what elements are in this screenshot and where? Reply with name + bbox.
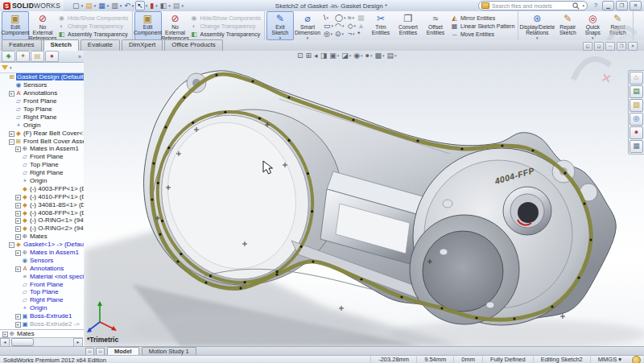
tree-item[interactable]: ≡Material <not specified> xyxy=(0,272,84,280)
expand-toggle-icon[interactable]: + xyxy=(15,250,21,256)
tree-item[interactable]: ◉Sensors xyxy=(0,81,84,89)
panel-tab-property-manager[interactable]: ✦ xyxy=(16,51,30,62)
print-icon[interactable]: ▥ xyxy=(110,2,119,10)
filter-dropdown-icon[interactable]: ▾ xyxy=(10,65,12,70)
tab-dimxpert[interactable]: DimXpert xyxy=(122,39,163,51)
expand-toggle-icon[interactable]: − xyxy=(9,139,14,145)
doc-restore-icon[interactable]: ◱ xyxy=(583,42,592,51)
dropdown-icon[interactable]: ▾ xyxy=(337,53,340,58)
sketch-arc-tool[interactable]: ◠▾ xyxy=(335,22,346,30)
tree-item[interactable]: ▱Front Plane xyxy=(0,280,84,288)
panel-tabs-overflow-icon[interactable]: » xyxy=(78,54,84,60)
dropdown-icon[interactable]: ▾ xyxy=(353,31,355,36)
expand-toggle-icon[interactable]: + xyxy=(9,131,14,137)
tree-item[interactable]: ⊞Gasket Design (Default<Displa xyxy=(0,73,84,81)
dropdown-icon[interactable]: ▾ xyxy=(181,3,184,8)
tree-item[interactable]: +⊕Mates in Assem1 xyxy=(0,145,84,153)
expand-toggle-icon[interactable]: − xyxy=(9,242,14,248)
dropdown-icon[interactable]: ▾ xyxy=(370,53,373,58)
task-pane-design-library-icon[interactable]: ▤ xyxy=(630,85,643,98)
zoom-to-fit-button[interactable]: ⊡ xyxy=(297,52,303,60)
display-delete-relations-button[interactable]: ⊛ Display/Delete Relations ▾ xyxy=(520,11,554,40)
tree-item[interactable]: ◆(-) 4003-FFP<1> (Defau xyxy=(0,184,84,192)
open-icon[interactable]: ▤ xyxy=(85,2,93,10)
sketch-point-tool[interactable]: ⊙▾ xyxy=(335,30,346,38)
doc-cascade-icon[interactable]: ◲ xyxy=(594,42,604,51)
assembly-transparency-button[interactable]: ◧Assembly Transparency xyxy=(58,31,129,38)
search-input[interactable]: Search files and models xyxy=(492,3,570,9)
splitter-button[interactable]: ▭ xyxy=(85,348,94,356)
expand-toggle-icon[interactable]: + xyxy=(15,266,21,272)
exit-sketch-button[interactable]: ✎ Exit Sketch ▾ xyxy=(266,11,294,40)
graphics-area[interactable]: 4004-FFP ⊡⊞◂◨▣▾◪▾◉▾●▾▩▾▤▾ ✕ ⌂▤▨◎●▦ *Trim… xyxy=(84,51,644,346)
panel-tab-feature-manager[interactable]: ◈ xyxy=(2,51,15,62)
tab-office-products[interactable]: Office Products xyxy=(164,39,223,51)
hide-show-components-button[interactable]: ◉Hide/Show Components xyxy=(191,14,262,22)
sketch-spline-tool[interactable]: ≈▾ xyxy=(348,14,356,22)
tree-item[interactable]: +Origin xyxy=(0,121,84,129)
panel-tab-configuration-manager[interactable]: ▤ xyxy=(31,51,44,62)
dropdown-icon[interactable]: ▾ xyxy=(107,3,109,8)
minimize-button[interactable]: ▁ xyxy=(602,1,614,10)
tree-item[interactable]: ▱Right Plane xyxy=(0,296,84,304)
scroll-right-icon[interactable]: ► xyxy=(73,338,83,347)
dropdown-icon[interactable]: ▾ xyxy=(394,53,397,58)
tree-item[interactable]: +⊕Mates xyxy=(0,233,84,241)
expand-toggle-icon[interactable]: + xyxy=(15,203,21,208)
tree-item[interactable]: +◆(-) O-RING<2> (9452K7 xyxy=(0,225,84,233)
dropdown-icon[interactable]: ▾ xyxy=(132,3,134,8)
edit-component-button[interactable]: ▣ Edit Component xyxy=(134,11,162,40)
task-pane-search-icon[interactable]: ◎ xyxy=(630,113,643,126)
tree-item[interactable]: +◆(F) Rear Belt Cover<1> (Def xyxy=(0,129,84,137)
dropdown-icon[interactable]: ▾ xyxy=(353,15,355,20)
sketch-slot-tool[interactable]: ◇▾ xyxy=(348,22,356,30)
tree-item[interactable]: ▱Right Plane xyxy=(0,169,84,177)
tree-item[interactable]: +◆(-) O-RING<1> (9452K1 xyxy=(0,217,84,225)
expand-toggle-icon[interactable]: + xyxy=(15,322,21,328)
change-transparency-button[interactable]: ◐Change Transparency xyxy=(191,23,262,30)
smart-dimension-button[interactable]: ⌀ Smart Dimension ▾ xyxy=(294,11,321,40)
tab-evaluate[interactable]: Evaluate xyxy=(80,39,120,51)
sketch-fillet-tool[interactable]: ◎▾ xyxy=(324,30,333,38)
splitter-button[interactable]: ▭ xyxy=(96,348,105,356)
panel-tab-display-manager[interactable]: ● xyxy=(45,51,59,62)
dropdown-icon[interactable]: ▾ xyxy=(342,23,345,28)
dropdown-icon[interactable]: ▾ xyxy=(155,3,158,8)
hide-show-items-button[interactable]: ◉▾ xyxy=(353,52,362,60)
tree-item[interactable]: −◆Gasket<1> -> (Default<<D xyxy=(0,241,84,249)
task-pane-custom-properties-icon[interactable]: ▦ xyxy=(630,140,643,153)
undo-icon[interactable]: ↶ xyxy=(123,2,131,10)
panel-horizontal-scrollbar[interactable]: ◄ ► xyxy=(0,337,83,346)
scrollbar-thumb[interactable] xyxy=(11,338,34,346)
task-pane-file-explorer-icon[interactable]: ▨ xyxy=(630,99,643,112)
expand-toggle-icon[interactable]: + xyxy=(15,218,21,224)
edit-component-button[interactable]: ▣ Edit Component xyxy=(2,11,29,40)
tree-item[interactable]: +◆(-) 4010-FFP<1> (Defau xyxy=(0,192,84,200)
rebuild-icon[interactable]: ▮ xyxy=(149,2,155,10)
expand-toggle-icon[interactable]: + xyxy=(2,332,8,337)
dropdown-icon[interactable]: ▾ xyxy=(382,53,385,58)
expand-toggle-icon[interactable]: + xyxy=(9,91,14,97)
scroll-left-icon[interactable]: ◄ xyxy=(0,338,10,347)
close-button[interactable]: ✕ xyxy=(630,1,642,10)
tree-item[interactable]: +◆(-) 34081-8S<1> (Defaul xyxy=(0,200,84,208)
dropdown-icon[interactable]: ▾ xyxy=(344,15,346,20)
tree-item[interactable]: ▱Front Plane xyxy=(0,97,84,105)
dropdown-icon[interactable]: ▾ xyxy=(361,53,363,58)
sketch-circle-tool[interactable]: ◯▾ xyxy=(335,14,346,22)
view-settings-button[interactable]: ▤▾ xyxy=(387,52,397,60)
tab-features[interactable]: Features xyxy=(2,39,42,51)
options-icon[interactable]: ▤ xyxy=(172,2,181,10)
doc-minimize-icon[interactable]: ─ xyxy=(605,42,615,51)
dropdown-icon[interactable]: ▾ xyxy=(168,3,171,8)
units-selector[interactable]: MMGS ▾ xyxy=(590,357,629,363)
sketch-line-tool[interactable]: \▾ xyxy=(324,14,333,22)
previous-view-button[interactable]: ◂ xyxy=(314,52,318,60)
sketch-centerline-tool[interactable]: ¬▾ xyxy=(348,30,356,38)
sketch-polygon-tool[interactable]: ▲ xyxy=(357,22,365,30)
offset-entities-button[interactable]: ≈ Offset Entities xyxy=(422,11,449,40)
apply-scene-button[interactable]: ▩▾ xyxy=(375,52,385,60)
tree-item[interactable]: +⊕Mates xyxy=(0,329,84,338)
search-box[interactable]: Search files and models ▾ xyxy=(478,1,588,10)
trim-entities-button[interactable]: ✂ Trim Entities xyxy=(367,11,394,40)
